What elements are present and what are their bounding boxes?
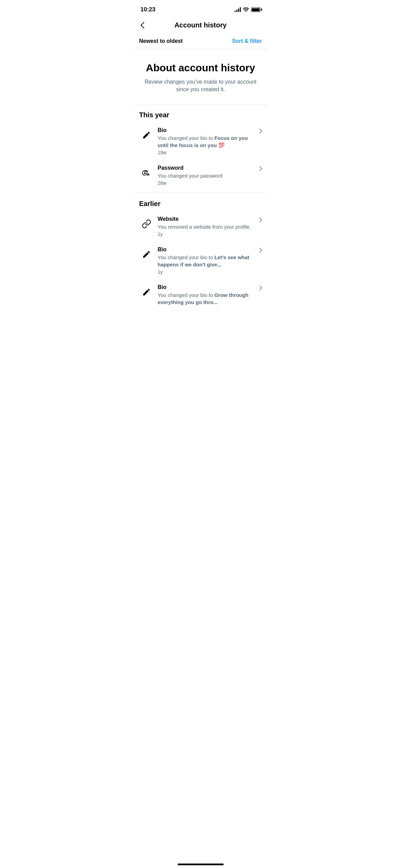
- item-desc-bio-2: You changed your bio to Let's see what h…: [158, 254, 257, 268]
- nav-header: Account history: [134, 17, 268, 33]
- item-title-bio-1: Bio: [158, 127, 257, 133]
- section-title-this-year: This year: [139, 111, 169, 119]
- bio-highlight-3: Grow through everything you go thro...: [158, 292, 249, 305]
- item-title-bio-2: Bio: [158, 246, 257, 253]
- chevron-icon-password: [259, 166, 262, 171]
- item-title-password-1: Password: [158, 165, 257, 171]
- sort-bar: Newest to oldest Sort & filter: [134, 33, 268, 49]
- history-item-bio-2[interactable]: Bio You changed your bio to Let's see wh…: [134, 242, 268, 279]
- wifi-icon: [243, 7, 249, 12]
- pencil-icon-2: [139, 247, 154, 262]
- section-earlier: Earlier Website You removed a website fr…: [134, 194, 268, 311]
- chevron-icon: [259, 129, 262, 133]
- back-button[interactable]: [139, 21, 146, 30]
- status-time: 10:23: [141, 6, 155, 13]
- about-section: About account history Review changes you…: [134, 49, 268, 105]
- chevron-icon-bio-3: [259, 286, 262, 290]
- about-title: About account history: [142, 62, 259, 74]
- item-content-bio-3: Bio You changed your bio to Grow through…: [158, 284, 257, 306]
- item-desc-bio-1: You changed your bio to Focus on you unt…: [158, 134, 257, 149]
- sort-filter-button[interactable]: Sort & filter: [232, 38, 262, 44]
- item-time-password-1: 28w: [158, 180, 257, 186]
- section-header-this-year: This year: [134, 105, 268, 122]
- item-desc-website-1: You removed a website from your profile.: [158, 223, 257, 230]
- history-item-website-1[interactable]: Website You removed a website from your …: [134, 211, 268, 242]
- history-item-bio-1[interactable]: Bio You changed your bio to Focus on you…: [134, 122, 268, 160]
- item-time-bio-1: 19w: [158, 150, 257, 155]
- item-desc-password-1: You changed your password: [158, 172, 257, 179]
- sort-label: Newest to oldest: [139, 38, 183, 44]
- item-title-website-1: Website: [158, 216, 257, 222]
- section-this-year: This year Bio You changed your bio to Fo…: [134, 105, 268, 191]
- item-content-bio-2: Bio You changed your bio to Let's see wh…: [158, 246, 257, 275]
- section-header-earlier: Earlier: [134, 194, 268, 211]
- item-time-website-1: 1y: [158, 231, 257, 237]
- status-bar: 10:23: [134, 0, 268, 17]
- bio-highlight-2: Let's see what happens if we don't give.…: [158, 254, 249, 267]
- battery-icon: [251, 7, 261, 12]
- section-divider: [134, 192, 268, 192]
- page-title: Account history: [174, 21, 226, 29]
- item-time-bio-2: 1y: [158, 269, 257, 275]
- item-content-password-1: Password You changed your password 28w: [158, 165, 257, 186]
- history-item-password-1[interactable]: Password You changed your password 28w: [134, 160, 268, 191]
- chevron-icon-website: [259, 217, 262, 222]
- history-item-bio-3[interactable]: Bio You changed your bio to Grow through…: [134, 279, 268, 311]
- section-title-earlier: Earlier: [139, 200, 161, 207]
- item-desc-bio-3: You changed your bio to Grow through eve…: [158, 291, 257, 306]
- pencil-icon: [139, 128, 154, 142]
- item-content-website-1: Website You removed a website from your …: [158, 216, 257, 237]
- pencil-icon-3: [139, 285, 154, 299]
- item-content-bio-1: Bio You changed your bio to Focus on you…: [158, 127, 257, 155]
- about-description: Review changes you've made to your accou…: [142, 78, 259, 94]
- chevron-icon-bio-2: [259, 248, 262, 253]
- svg-point-0: [144, 173, 145, 174]
- signal-bars-icon: [235, 7, 241, 12]
- key-icon: [139, 166, 154, 180]
- link-icon: [139, 217, 154, 231]
- bio-highlight-1: Focus on you until the focus is on you 💯: [158, 135, 248, 148]
- status-icons: [235, 7, 261, 12]
- item-title-bio-3: Bio: [158, 284, 257, 290]
